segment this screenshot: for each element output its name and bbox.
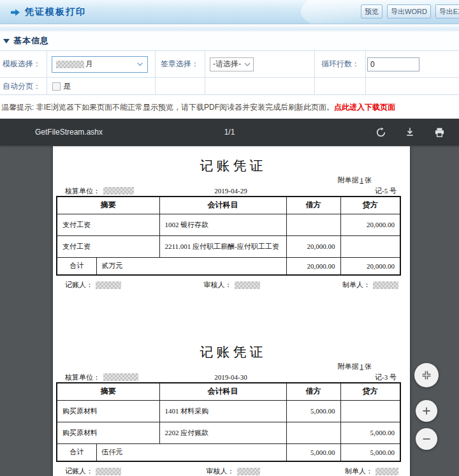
unit-label: 核算单位： [65, 373, 100, 382]
unit-label: 核算单位： [65, 186, 100, 196]
auto-page-checkbox[interactable] [52, 82, 61, 91]
chevron-down-icon [136, 62, 143, 66]
redacted-bookkeeper [96, 468, 121, 475]
preparer-label: 制单人： [342, 280, 370, 290]
browser-notice: 温馨提示: 非IE浏览器下如果页面不能正常显示预览，请下载PDF阅读器并安装完成… [0, 95, 459, 119]
section-title: 基本信息 [13, 35, 49, 47]
attachment-count: 1 [359, 176, 365, 184]
attachment-count: 1 [359, 362, 365, 370]
redacted-auditor [237, 468, 260, 475]
download-page-link[interactable]: 点此进入下载页面 [334, 103, 395, 112]
fit-page-button[interactable] [414, 363, 439, 387]
col-debit: 借方 [286, 383, 340, 400]
signature-select[interactable]: -请选择- [210, 57, 254, 71]
col-account: 会计科目 [159, 197, 286, 214]
export-excel-button[interactable]: 导出EXCEL [435, 4, 459, 19]
redacted-bookkeeper [96, 281, 121, 289]
loop-rows-input[interactable] [367, 57, 419, 71]
voucher-title: 记账凭证 [53, 157, 410, 175]
template-select[interactable]: 月 [52, 56, 148, 73]
auto-page-option-label: 是 [63, 81, 71, 92]
table-row: 支付工资 2211.001 应付职工薪酬-应付职工工资 20,000.00 [57, 235, 400, 257]
zoom-in-button[interactable] [416, 400, 437, 422]
zoom-out-button[interactable] [416, 428, 437, 450]
redacted-template-name [56, 61, 84, 68]
auditor-label: 审核人： [204, 280, 232, 290]
attachment-count-line: 附单据1张 [53, 362, 410, 371]
voucher-number: 记-5 号 [282, 186, 397, 196]
voucher-table: 摘要 会计科目 借方 贷方 购买原材料 1401 材料采购 5,000.00 购… [56, 382, 401, 462]
empty-cell [366, 78, 459, 94]
rotate-icon[interactable] [375, 126, 386, 138]
col-summary: 摘要 [57, 383, 159, 400]
arrow-icon [10, 8, 20, 17]
table-header-row: 摘要 会计科目 借方 贷方 [57, 197, 400, 214]
auto-page-label: 自动分页： [0, 78, 47, 94]
signature-select-label: 签章选择： [156, 51, 205, 78]
template-select-label: 模板选择： [0, 51, 47, 78]
voucher-date: 2019-04-29 [180, 187, 282, 195]
pdf-viewer: GetFileStream.ashx 1/1 记账凭证 附单据1张 核 [0, 119, 459, 476]
pdf-page-indicator: 1/1 [224, 128, 235, 137]
header-divider-strip [0, 24, 459, 31]
empty-cell [205, 78, 315, 94]
signature-select-value: -请选择- [213, 59, 241, 70]
voucher-signers-row: 记账人： 审核人： 制单人： [53, 466, 410, 476]
voucher-meta-row: 核算单位： 2019-04-30 记-3 号 [53, 372, 410, 382]
pdf-canvas[interactable]: 记账凭证 附单据1张 核算单位： 2019-04-29 记-5 号 摘要 会计科… [0, 145, 459, 476]
print-icon[interactable] [433, 126, 445, 138]
header-button-group: 预览 导出WORD 导出EXCEL [361, 4, 459, 19]
table-total-row: 合计 伍仟元 5,000.00 5,000.00 [57, 443, 400, 461]
auditor-label: 审核人： [207, 466, 235, 476]
empty-cell [156, 78, 205, 94]
basic-info-section-header[interactable]: 基本信息 [0, 31, 459, 51]
page-title: 凭证模板打印 [25, 6, 86, 18]
app-header: 凭证模板打印 预览 导出WORD 导出EXCEL [0, 0, 459, 24]
basic-info-form: 模板选择： 月 签章选择： -请选择- 循环行数： 自动分页： 是 [0, 51, 459, 95]
table-row: 购买原材料 1401 材料采购 5,000.00 [57, 400, 400, 422]
chevron-down-icon [244, 63, 251, 66]
pdf-filename: GetFileStream.ashx [35, 128, 103, 137]
voucher-table: 摘要 会计科目 借方 贷方 支付工资 1002 银行存款 20,000.00 支… [56, 196, 401, 276]
voucher-title: 记账凭证 [53, 343, 410, 361]
empty-cell [315, 78, 366, 94]
redacted-auditor [235, 281, 260, 289]
table-header-row: 摘要 会计科目 借方 贷方 [57, 383, 400, 400]
table-row: 支付工资 1002 银行存款 20,000.00 [57, 214, 400, 235]
redacted-preparer [375, 468, 398, 475]
voucher-meta-row: 核算单位： 2019-04-29 记-5 号 [53, 186, 410, 196]
table-total-row: 合计 贰万元 20,000.00 20,000.00 [57, 257, 400, 275]
voucher-2: 记账凭证 附单据1张 核算单位： 2019-04-30 记-3 号 摘要 会计科… [53, 290, 410, 476]
pdf-page: 记账凭证 附单据1张 核算单位： 2019-04-29 记-5 号 摘要 会计科… [53, 146, 410, 476]
voucher-1: 记账凭证 附单据1张 核算单位： 2019-04-29 记-5 号 摘要 会计科… [53, 146, 410, 290]
col-credit: 贷方 [340, 383, 400, 400]
preview-button[interactable]: 预览 [361, 4, 382, 19]
notice-text: 温馨提示: 非IE浏览器下如果页面不能正常显示预览，请下载PDF阅读器并安装完成… [1, 103, 334, 112]
redacted-unit-name [103, 187, 134, 195]
preparer-label: 制单人： [345, 466, 373, 476]
bookkeeper-label: 记账人： [65, 280, 93, 290]
export-word-button[interactable]: 导出WORD [387, 4, 431, 19]
collapse-triangle-icon [3, 39, 10, 47]
col-account: 会计科目 [159, 383, 286, 400]
voucher-date: 2019-04-30 [180, 373, 282, 381]
voucher-number: 记-3 号 [282, 373, 397, 382]
redacted-preparer [373, 281, 398, 289]
bookkeeper-label: 记账人： [65, 466, 93, 476]
col-credit: 贷方 [340, 197, 400, 214]
col-summary: 摘要 [57, 197, 159, 214]
attachment-count-line: 附单据1张 [53, 175, 410, 184]
col-debit: 借方 [286, 197, 340, 214]
table-row: 购买原材料 2202 应付账款 5,000.00 [57, 422, 400, 443]
download-icon[interactable] [404, 126, 416, 138]
template-value-suffix: 月 [85, 59, 93, 70]
loop-rows-label: 循环行数： [315, 51, 366, 78]
pdf-toolbar: GetFileStream.ashx 1/1 [0, 119, 459, 145]
redacted-unit-name [103, 373, 138, 381]
voucher-signers-row: 记账人： 审核人： 制单人： [53, 280, 410, 290]
